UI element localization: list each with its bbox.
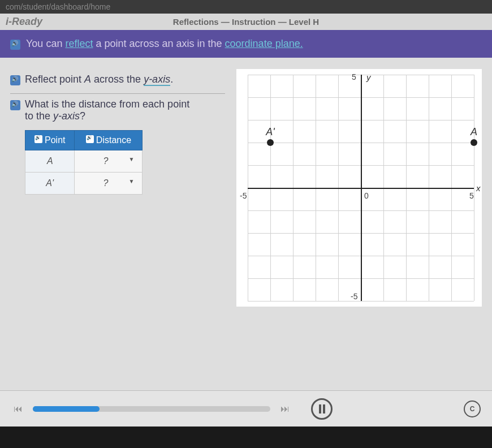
distance-table: Point Distance A ?▼ A' ?▼ (25, 130, 143, 195)
skip-forward-button[interactable]: ⏭ (278, 404, 292, 414)
point-label: A' (266, 126, 274, 138)
left-panel: Reflect point A across the y-axis. What … (10, 69, 225, 379)
app-logo: i-Ready (6, 16, 42, 28)
progress-bar[interactable] (33, 406, 270, 412)
reflect-link[interactable]: reflect (65, 38, 93, 49)
audio-icon[interactable] (10, 75, 20, 85)
point-cell: A' (25, 173, 75, 195)
coordinate-plane-link[interactable]: coordinate plane. (225, 38, 303, 49)
distance-dropdown[interactable]: ?▼ (75, 173, 143, 195)
pause-button[interactable] (311, 398, 333, 420)
coordinate-plane[interactable]: 0-555-5yxAA' (236, 69, 482, 307)
chevron-down-icon: ▼ (129, 178, 135, 184)
audio-icon[interactable] (10, 40, 20, 50)
audio-icon[interactable] (34, 135, 42, 143)
table-row: A' ?▼ (25, 173, 143, 195)
col-distance-header: Distance (75, 131, 143, 150)
distance-dropdown[interactable]: ?▼ (75, 150, 143, 173)
step-2: What is the distance from each point to … (10, 94, 225, 203)
chevron-down-icon: ▼ (129, 156, 135, 162)
closed-caption-button[interactable]: C (464, 400, 481, 417)
audio-icon[interactable] (86, 135, 94, 143)
app-title-bar: i-Ready Reflections — Instruction — Leve… (0, 14, 492, 30)
graph-point[interactable] (471, 139, 477, 146)
url-text: com/student/dashboard/home (6, 2, 110, 11)
point-cell: A (25, 150, 75, 173)
table-row: A ?▼ (25, 150, 143, 173)
step1-text: Reflect point A across the y-axis. (25, 74, 173, 85)
col-point-header: Point (25, 131, 75, 150)
skip-back-button[interactable]: ⏮ (11, 404, 25, 414)
y-axis-link[interactable]: y-axis (144, 74, 170, 86)
graph-point[interactable] (267, 139, 274, 146)
banner-text: You can reflect a point across an axis i… (26, 38, 482, 50)
audio-icon[interactable] (10, 100, 20, 110)
browser-url-bar: com/student/dashboard/home (0, 0, 492, 14)
footer-controls: ⏮ ⏭ C (0, 390, 492, 427)
lesson-title: Reflections — Instruction — Level H (173, 17, 319, 27)
step2-text: What is the distance from each point to … (25, 98, 189, 122)
grid: 0-555-5yxAA' (248, 75, 474, 301)
content-area: Reflect point A across the y-axis. What … (0, 58, 492, 390)
step-1: Reflect point A across the y-axis. (10, 69, 225, 94)
instruction-banner: You can reflect a point across an axis i… (0, 30, 492, 58)
point-label: A (471, 126, 477, 138)
progress-fill (33, 406, 100, 412)
